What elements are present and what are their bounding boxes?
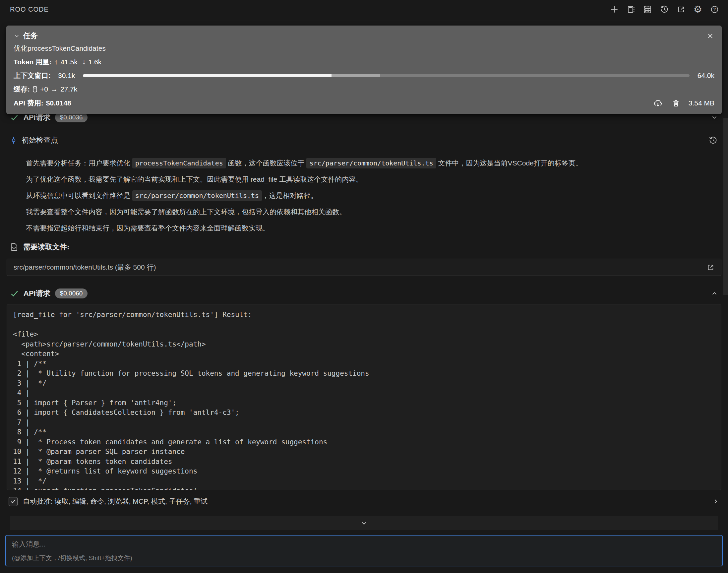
checkpoint-row: 初始检查点 (0, 134, 728, 146)
history-button[interactable] (659, 4, 669, 14)
api-cost-badge: $0.0060 (55, 289, 88, 299)
trash-icon (672, 99, 680, 107)
history-icon (709, 136, 717, 145)
context-bar-track (380, 74, 689, 77)
chevron-down-icon (360, 519, 368, 527)
delete-task-button[interactable] (671, 99, 681, 108)
context-bar-used (83, 74, 332, 77)
prompts-notebook-icon (627, 5, 635, 14)
api-request-label: API请求 (23, 289, 50, 299)
cloud-download-icon (653, 99, 663, 107)
gear-icon: ⚙ (693, 5, 702, 14)
read-file-header-row: 需要读取文件: (0, 241, 728, 253)
file-code-icon (10, 243, 18, 251)
chat-stream: API请求 $0.0036 初始检查点 首先需要分析任务：用户要求优化 proc… (0, 112, 728, 566)
task-panel-title: 任务 (23, 31, 38, 41)
close-task-button[interactable] (706, 32, 714, 40)
new-task-button[interactable] (609, 4, 619, 14)
api-cost-value: $0.0148 (46, 99, 71, 107)
cache-writes-value: +0 (40, 85, 48, 93)
context-window-row: 上下文窗口: 30.1k 64.0k (14, 71, 714, 80)
git-commit-icon (10, 137, 17, 144)
arrow-down-icon: ↓ (82, 58, 86, 66)
token-usage-label: Token 用量: (14, 57, 52, 67)
restore-checkpoint-button[interactable] (708, 135, 718, 145)
cache-reads-value: 27.7k (60, 85, 77, 93)
mcp-server-icon (643, 5, 652, 14)
tokens-in-value: 41.5k (61, 58, 77, 66)
read-file-label: 需要读取文件: (23, 242, 69, 252)
task-size-value: 3.54 MB (688, 99, 714, 107)
tool-result-text: [read_file for 'src/parser/common/tokenU… (13, 310, 715, 490)
tokens-out-value: 1.6k (89, 58, 102, 66)
file-path-text: src/parser/common/tokenUtils.ts (最多 500 … (14, 263, 156, 272)
help-button[interactable]: ? (710, 5, 719, 14)
auto-approve-text: 自动批准: 读取, 编辑, 命令, 浏览器, MCP, 模式, 子任务, 重试 (23, 497, 208, 506)
message-input[interactable] (12, 539, 716, 553)
message-composer[interactable]: (@添加上下文，/切换模式, Shift+拖拽文件) (5, 535, 723, 566)
chevron-right-icon[interactable] (712, 498, 719, 505)
inline-code: src/parser/common/tokenUtils.ts (132, 190, 262, 201)
api-request-row-2[interactable]: API请求 $0.0060 (0, 288, 728, 299)
chevron-down-icon (14, 33, 20, 39)
context-window-label: 上下文窗口: (14, 71, 51, 80)
open-in-editor-button[interactable] (676, 5, 686, 14)
chevron-down-icon[interactable] (711, 114, 718, 121)
export-icon (677, 5, 685, 14)
extension-header: ROO CODE ⚙ ? (0, 0, 728, 18)
arrow-right-icon: → (51, 85, 58, 93)
reasoning-paragraph: 我需要查看整个文件内容，因为可能需要了解函数所在的上下文环境，包括导入的依赖和其… (26, 207, 695, 217)
expand-panel-bar[interactable] (10, 516, 718, 530)
prompts-button[interactable] (626, 5, 636, 14)
export-task-button[interactable] (653, 98, 663, 108)
tool-result-code-block: [read_file for 'src/parser/common/tokenU… (7, 304, 721, 490)
help-icon: ? (711, 5, 719, 14)
inline-code: src/parser/common/tokenUtils.ts (306, 158, 436, 168)
auto-approve-checkbox[interactable] (9, 497, 17, 506)
context-max-value: 64.0k (697, 72, 714, 80)
task-panel: 任务 优化processTokenCandidates Token 用量: ↑ … (6, 25, 722, 114)
check-icon (10, 113, 19, 122)
reasoning-paragraph: 从环境信息中可以看到文件路径是 src/parser/common/tokenU… (26, 191, 695, 201)
task-text: 优化processTokenCandidates (14, 44, 714, 53)
header-actions: ⚙ ? (609, 4, 719, 14)
external-link-icon[interactable] (707, 264, 714, 271)
token-usage-row: Token 用量: ↑ 41.5k ↓ 1.6k (14, 57, 714, 67)
database-icon (33, 86, 38, 93)
history-icon (660, 5, 669, 14)
chevron-up-icon[interactable] (711, 290, 718, 297)
auto-approve-row[interactable]: 自动批准: 读取, 编辑, 命令, 浏览器, MCP, 模式, 子任务, 重试 (0, 495, 728, 508)
composer-hint: (@添加上下文，/切换模式, Shift+拖拽文件) (12, 554, 132, 562)
mcp-servers-button[interactable] (643, 5, 653, 14)
reasoning-text-block: 首先需要分析任务：用户要求优化 processTokenCandidates 函… (26, 158, 695, 233)
close-icon (707, 33, 714, 40)
checkbox-check-icon (10, 499, 16, 504)
context-current-value: 30.1k (58, 72, 75, 80)
svg-text:?: ? (714, 7, 716, 12)
task-panel-toggle[interactable]: 任务 (14, 31, 38, 41)
reasoning-paragraph: 不需要指定起始行和结束行，因为需要查看整个文件内容来全面理解函数实现。 (26, 223, 695, 233)
inline-code: processTokenCandidates (132, 158, 226, 168)
api-cost-row: API 费用: $0.0148 3.54 MB (14, 98, 714, 108)
cache-label: 缓存: (14, 85, 30, 94)
scrollbar-thumb[interactable] (723, 118, 728, 295)
reasoning-paragraph: 首先需要分析任务：用户要求优化 processTokenCandidates 函… (26, 158, 695, 168)
arrow-up-icon: ↑ (54, 58, 58, 66)
settings-button[interactable]: ⚙ (693, 4, 703, 14)
file-path-box[interactable]: src/parser/common/tokenUtils.ts (最多 500 … (7, 259, 721, 276)
api-cost-label: API 费用: (14, 99, 44, 108)
cache-row: 缓存: +0 → 27.7k (14, 85, 714, 94)
app-title: ROO CODE (10, 6, 49, 13)
context-window-bar (83, 74, 689, 77)
reasoning-paragraph: 为了优化这个函数，我需要先了解它的当前实现和上下文。因此需要使用 read_fi… (26, 174, 695, 185)
plus-icon (610, 5, 619, 14)
checkpoint-label: 初始检查点 (21, 135, 58, 145)
context-bar-reserved (332, 74, 380, 77)
check-icon (10, 289, 19, 298)
